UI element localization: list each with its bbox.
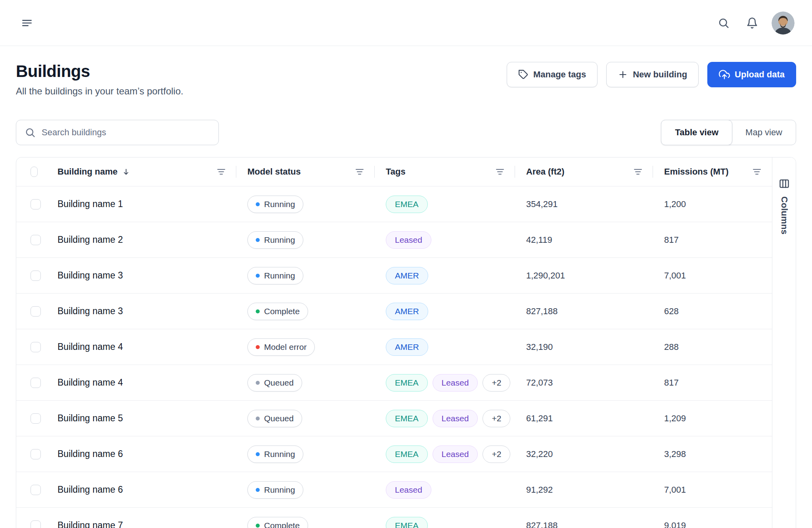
search-buildings-input[interactable] (16, 120, 219, 145)
row-building-name: Building name 6 (46, 449, 236, 459)
status-label: Running (264, 271, 295, 280)
row-checkbox[interactable] (31, 306, 41, 317)
status-dot (256, 274, 260, 278)
row-checkbox[interactable] (31, 520, 41, 528)
table-row[interactable]: Building name 5 Queued EMEALeased+2 61,2… (16, 400, 772, 436)
filter-icon (355, 167, 364, 177)
row-emissions: 817 (653, 378, 772, 388)
filter-area-button[interactable] (632, 165, 644, 178)
table-row[interactable]: Building name 4 Queued EMEALeased+2 72,0… (16, 365, 772, 400)
map-view-tab[interactable]: Map view (732, 120, 796, 145)
emissions-header-label: Emissions (MT) (664, 167, 729, 177)
row-building-name: Building name 3 (46, 270, 236, 281)
filter-building-name-button[interactable] (215, 165, 228, 178)
filter-tags-button[interactable] (494, 165, 506, 178)
search-field (16, 120, 219, 145)
tag-pill: EMEA (386, 374, 428, 392)
sort-arrow-down-icon (122, 167, 130, 176)
status-dot (256, 345, 260, 349)
row-checkbox[interactable] (31, 449, 41, 459)
table-header-row: Building name Model status (16, 157, 772, 186)
row-checkbox[interactable] (31, 271, 41, 281)
tag-pill: EMEA (386, 410, 428, 427)
page-header: Buildings All the buildings in your team… (16, 62, 796, 97)
buildings-table: Building name Model status (16, 157, 796, 528)
table-row[interactable]: Building name 7 Complete EMEA 827,188 9,… (16, 507, 772, 528)
tag-pill: Leased (433, 410, 478, 427)
row-tags: EMEALeased+2 (375, 410, 515, 427)
tag-pill[interactable]: +2 (483, 445, 510, 463)
columns-panel-label: Columns (779, 196, 789, 234)
table-view-tab[interactable]: Table view (661, 120, 732, 145)
row-emissions: 628 (653, 306, 772, 317)
upload-data-label: Upload data (735, 69, 785, 80)
table-row[interactable]: Building name 2 Running Leased 42,119 81… (16, 222, 772, 257)
tag-pill: EMEA (386, 445, 428, 463)
filter-model-status-button[interactable] (353, 165, 366, 178)
row-checkbox[interactable] (31, 378, 41, 388)
table-row[interactable]: Building name 4 Model error AMER 32,190 … (16, 329, 772, 365)
columns-panel-button[interactable]: Columns (772, 157, 796, 528)
status-dot (256, 238, 260, 242)
search-icon (718, 17, 730, 29)
row-checkbox[interactable] (31, 413, 41, 424)
new-building-label: New building (633, 69, 687, 80)
status-pill: Running (247, 481, 303, 499)
row-building-name: Building name 3 (46, 306, 236, 317)
upload-data-button[interactable]: Upload data (707, 62, 796, 87)
columns-icon (779, 178, 790, 189)
row-emissions: 288 (653, 342, 772, 352)
column-header-tags: Tags (375, 157, 515, 186)
row-tags: EMEALeased+2 (375, 445, 515, 463)
tag-pill: EMEA (386, 196, 428, 213)
row-checkbox[interactable] (31, 485, 41, 495)
tag-icon (518, 69, 529, 80)
status-pill: Running (247, 445, 303, 463)
new-building-button[interactable]: New building (606, 62, 699, 87)
row-checkbox[interactable] (31, 235, 41, 245)
notifications-button[interactable] (743, 14, 761, 32)
tag-pill: EMEA (386, 517, 428, 528)
row-building-name: Building name 5 (46, 413, 236, 424)
status-label: Complete (264, 307, 300, 316)
table-row[interactable]: Building name 1 Running EMEA 354,291 1,2… (16, 186, 772, 222)
manage-tags-button[interactable]: Manage tags (507, 62, 598, 87)
row-tags: EMEA (375, 196, 515, 213)
status-pill: Complete (247, 517, 308, 528)
row-checkbox[interactable] (31, 342, 41, 352)
tag-pill[interactable]: +2 (483, 410, 510, 427)
row-emissions: 7,001 (653, 271, 772, 281)
table-row[interactable]: Building name 3 Complete AMER 827,188 62… (16, 293, 772, 329)
row-tags: EMEA (375, 517, 515, 528)
status-label: Complete (264, 521, 300, 528)
page-title: Buildings (16, 62, 183, 81)
select-all-checkbox[interactable] (31, 167, 38, 177)
building-name-header-label: Building name (57, 167, 118, 177)
status-dot (256, 452, 260, 456)
sort-building-name[interactable]: Building name (57, 167, 130, 177)
manage-tags-label: Manage tags (533, 69, 586, 80)
avatar[interactable] (772, 12, 795, 35)
row-checkbox[interactable] (31, 199, 41, 209)
row-building-name: Building name 7 (46, 520, 236, 528)
row-emissions: 9,019 (653, 520, 772, 528)
row-area: 827,188 (515, 306, 653, 317)
status-dot (256, 488, 260, 492)
status-dot (256, 202, 260, 206)
filter-icon (633, 167, 643, 177)
global-search-button[interactable] (714, 14, 733, 32)
row-building-name: Building name 2 (46, 234, 236, 245)
status-dot (256, 417, 260, 420)
status-dot (256, 524, 260, 528)
tag-pill: Leased (386, 481, 431, 499)
menu-button[interactable] (17, 13, 36, 33)
tag-pill[interactable]: +2 (483, 374, 510, 392)
filter-emissions-button[interactable] (751, 165, 763, 178)
row-tags: Leased (375, 231, 515, 249)
table-row[interactable]: Building name 6 Running EMEALeased+2 32,… (16, 436, 772, 472)
row-emissions: 1,209 (653, 413, 772, 424)
filter-icon (495, 167, 505, 177)
table-row[interactable]: Building name 6 Running Leased 91,292 7,… (16, 472, 772, 507)
tags-header-label: Tags (386, 167, 406, 177)
table-row[interactable]: Building name 3 Running AMER 1,290,201 7… (16, 257, 772, 293)
